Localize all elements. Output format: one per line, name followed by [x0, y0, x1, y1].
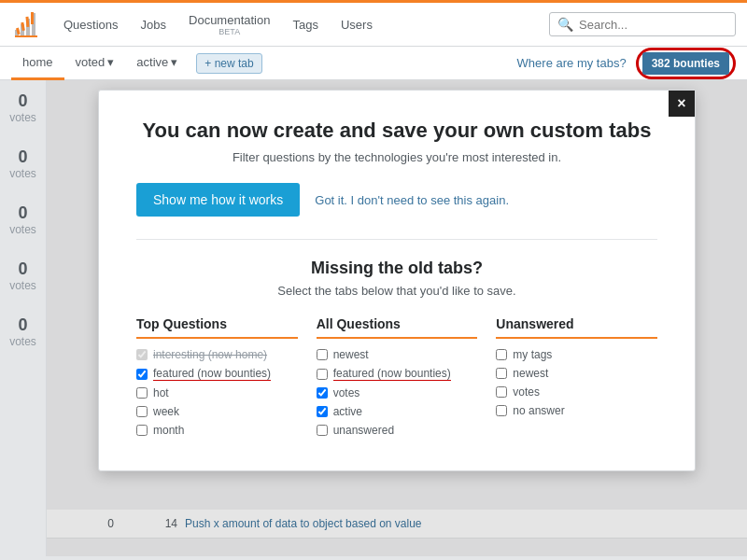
modal-title: You can now create and save your own cus…: [136, 119, 657, 143]
tab-active[interactable]: active ▾: [125, 47, 189, 80]
bounties-button[interactable]: 382 bounties: [642, 52, 729, 75]
sub-navigation: home voted ▾ active ▾ + new tab Where ar…: [0, 47, 747, 80]
chevron-down-icon: ▾: [171, 55, 177, 69]
column-top-questions: Top Questions interesting (now home) fea…: [136, 316, 298, 442]
checkbox-no-answer-input[interactable]: [496, 405, 507, 416]
svg-rect-4: [15, 35, 37, 37]
vote-item: 0 votes: [0, 136, 46, 192]
add-tab-button[interactable]: + new tab: [196, 53, 261, 74]
vote-item: 0 votes: [0, 248, 46, 304]
checkbox-votes-un-input[interactable]: [496, 386, 507, 398]
svg-rect-8: [31, 12, 34, 24]
checkbox-newest-un-label: newest: [513, 367, 548, 380]
checkbox-active-all: active: [317, 405, 478, 418]
checkbox-votes-all-label: votes: [333, 386, 360, 399]
checkbox-featured-all-label: featured (now bounties): [333, 367, 451, 381]
vote-item: 0 votes: [0, 80, 46, 136]
checkbox-interesting-label: interesting (now home): [153, 348, 267, 361]
checkbox-newest-un: newest: [496, 367, 657, 380]
checkbox-featured-all-input[interactable]: [317, 369, 328, 380]
missing-title: Missing the old tabs?: [136, 259, 657, 278]
checkbox-active-all-input[interactable]: [317, 406, 328, 417]
missing-subtitle: Select the tabs below that you'd like to…: [136, 284, 657, 298]
checkbox-votes-un: votes: [496, 385, 657, 399]
checkbox-interesting: interesting (now home): [136, 348, 298, 361]
search-box: 🔍: [549, 12, 736, 36]
tab-columns: Top Questions interesting (now home) fea…: [136, 316, 657, 442]
bounties-circle: 382 bounties: [636, 48, 736, 79]
checkbox-featured-top-input[interactable]: [136, 369, 148, 380]
modal-dialog: × You can now create and save your own c…: [98, 90, 696, 471]
checkbox-active-all-label: active: [333, 405, 362, 418]
checkbox-my-tags-label: my tags: [513, 348, 552, 361]
dismiss-link[interactable]: Got it. I don't need to see this again.: [315, 193, 509, 207]
checkbox-votes-un-label: votes: [513, 385, 540, 399]
modal-divider: [136, 239, 657, 240]
checkbox-featured-top: featured (now bounties): [136, 367, 298, 381]
main-nav: Questions Jobs Documentation BETA Tags U…: [52, 1, 384, 48]
checkbox-newest-all-input[interactable]: [317, 349, 328, 360]
modal-overlay: × You can now create and save your own c…: [47, 80, 747, 556]
tab-home[interactable]: home: [11, 47, 64, 80]
checkbox-month: month: [136, 424, 298, 437]
checkbox-featured-top-label: featured (now bounties): [153, 367, 271, 381]
col-title-unanswered: Unanswered: [496, 316, 657, 339]
nav-tags[interactable]: Tags: [281, 1, 329, 48]
checkbox-unanswered-all: unanswered: [317, 424, 478, 437]
content-area: 0 14 Push x amount of data to object bas…: [47, 80, 747, 556]
checkbox-no-answer-label: no answer: [513, 404, 564, 417]
nav-questions[interactable]: Questions: [52, 1, 130, 48]
checkbox-interesting-input[interactable]: [136, 349, 148, 360]
checkbox-newest-un-input[interactable]: [496, 368, 507, 379]
column-all-questions: All Questions newest featured (now bount…: [317, 316, 478, 442]
site-logo[interactable]: [11, 9, 41, 39]
checkbox-newest-all-label: newest: [333, 348, 369, 361]
col-title-top: Top Questions: [136, 316, 298, 339]
modal-subtitle: Filter questions by the technologies you…: [136, 150, 657, 164]
vote-item: 0 votes: [0, 192, 46, 248]
checkbox-hot-input[interactable]: [136, 387, 148, 399]
checkbox-month-label: month: [153, 424, 184, 437]
close-button[interactable]: ×: [669, 91, 695, 117]
checkbox-votes-all: votes: [317, 386, 478, 399]
nav-jobs[interactable]: Jobs: [130, 1, 177, 48]
main-area: 0 votes 0 votes 0 votes 0 votes 0 votes …: [0, 80, 747, 556]
checkbox-no-answer: no answer: [496, 404, 657, 417]
checkbox-votes-all-input[interactable]: [317, 387, 328, 399]
checkbox-hot: hot: [136, 386, 298, 399]
checkbox-featured-all: featured (now bounties): [317, 367, 478, 381]
search-input[interactable]: [579, 18, 727, 32]
nav-users[interactable]: Users: [330, 1, 384, 48]
vote-item: 0 votes: [0, 304, 46, 360]
checkbox-month-input[interactable]: [136, 425, 148, 436]
top-navigation: Questions Jobs Documentation BETA Tags U…: [0, 0, 747, 47]
checkbox-unanswered-all-label: unanswered: [333, 424, 394, 437]
checkbox-my-tags-input[interactable]: [496, 349, 507, 360]
nav-documentation[interactable]: Documentation BETA: [177, 1, 281, 48]
col-title-all: All Questions: [317, 316, 478, 339]
subnav-right: Where are my tabs? 382 bounties: [517, 48, 736, 79]
checkbox-week: week: [136, 405, 298, 418]
checkbox-my-tags: my tags: [496, 348, 657, 361]
sidebar: 0 votes 0 votes 0 votes 0 votes 0 votes: [0, 80, 47, 556]
checkbox-week-label: week: [153, 405, 179, 418]
chevron-down-icon: ▾: [107, 55, 114, 69]
checkbox-newest-all: newest: [317, 348, 478, 361]
checkbox-week-input[interactable]: [136, 406, 148, 417]
search-icon: 🔍: [557, 17, 573, 32]
modal-actions: Show me how it works Got it. I don't nee…: [136, 183, 657, 217]
show-how-button[interactable]: Show me how it works: [136, 183, 300, 217]
where-tabs-link[interactable]: Where are my tabs?: [517, 56, 627, 70]
tab-voted[interactable]: voted ▾: [64, 47, 126, 80]
checkbox-unanswered-all-input[interactable]: [317, 425, 328, 436]
column-unanswered: Unanswered my tags newest votes: [496, 316, 657, 442]
checkbox-hot-label: hot: [153, 386, 169, 399]
